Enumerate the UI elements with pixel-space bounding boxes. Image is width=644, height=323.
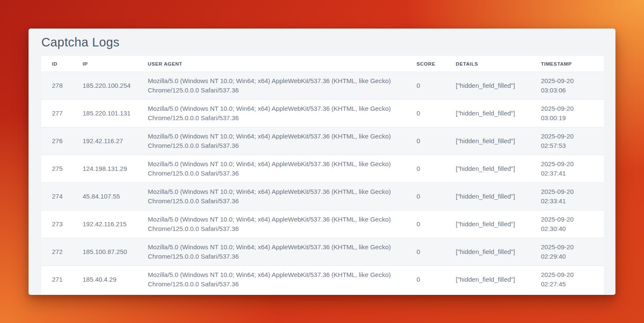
captcha-logs-table: ID IP USER AGENT SCORE DETAILS TIMESTAMP… — [41, 56, 604, 295]
table-row: 271 185.40.4.29 Mozilla/5.0 (Windows NT … — [41, 265, 604, 293]
cell-user-agent: Mozilla/5.0 (Windows NT 10.0; Win64; x64… — [137, 127, 406, 155]
cell-user-agent: Mozilla/5.0 (Windows NT 10.0; Win64; x64… — [137, 72, 406, 99]
column-header-timestamp: TIMESTAMP — [530, 56, 604, 72]
cell-timestamp: 2025-09-20 02:57:53 — [530, 127, 604, 155]
cell-score: 0 — [406, 266, 445, 293]
card-header: Captcha Logs — [29, 29, 615, 56]
cell-timestamp: 2025-09-20 02:33:41 — [530, 183, 604, 210]
cell-ip: 192.42.116.27 — [72, 127, 137, 155]
cell-timestamp: 2025-09-20 02:37:41 — [530, 155, 604, 182]
column-header-score: SCORE — [406, 56, 445, 72]
cell-details: ["hidden_field_filled"] — [445, 72, 530, 99]
cell-id: 271 — [41, 266, 72, 293]
cell-id: 278 — [41, 72, 72, 99]
cell-timestamp: 2025-09-20 03:03:06 — [530, 72, 604, 99]
cell-user-agent: Mozilla/5.0 (Windows NT 10.0; Win64; x64… — [137, 100, 406, 127]
cell-details: ["hidden_field_filled"] — [445, 183, 530, 210]
table-row: 278 185.220.100.254 Mozilla/5.0 (Windows… — [41, 72, 604, 99]
table-row: 273 192.42.116.215 Mozilla/5.0 (Windows … — [41, 210, 604, 238]
cell-id: 276 — [41, 127, 72, 155]
cell-score: 0 — [406, 155, 445, 182]
cell-user-agent: Mozilla/5.0 (Windows NT 10.0; Win64; x64… — [137, 238, 406, 265]
cell-score: 0 — [406, 100, 445, 127]
column-header-id: ID — [41, 56, 72, 72]
cell-details: ["hidden_field_filled"] — [445, 238, 530, 265]
table-body: 278 185.220.100.254 Mozilla/5.0 (Windows… — [41, 72, 604, 293]
cell-details: ["hidden_field_filled"] — [445, 127, 530, 155]
column-header-ip: IP — [72, 56, 137, 72]
cell-id: 277 — [41, 100, 72, 127]
table-header-row: ID IP USER AGENT SCORE DETAILS TIMESTAMP — [41, 56, 604, 72]
cell-score: 0 — [406, 211, 445, 238]
table-row: 274 45.84.107.55 Mozilla/5.0 (Windows NT… — [41, 182, 604, 210]
cell-ip: 185.220.100.254 — [72, 72, 137, 99]
cell-details: ["hidden_field_filled"] — [445, 211, 530, 238]
table-row: 275 124.198.131.29 Mozilla/5.0 (Windows … — [41, 155, 604, 182]
cell-ip: 185.220.101.131 — [72, 100, 137, 127]
cell-timestamp: 2025-09-20 02:27:45 — [530, 266, 604, 293]
cell-timestamp: 2025-09-20 03:00:19 — [530, 100, 604, 127]
cell-details: ["hidden_field_filled"] — [445, 266, 530, 293]
cell-score: 0 — [406, 238, 445, 265]
column-header-user-agent: USER AGENT — [137, 56, 406, 72]
cell-details: ["hidden_field_filled"] — [445, 155, 530, 182]
table-row: 272 185.100.87.250 Mozilla/5.0 (Windows … — [41, 238, 604, 265]
cell-user-agent: Mozilla/5.0 (Windows NT 10.0; Win64; x64… — [137, 266, 406, 293]
cell-id: 272 — [41, 238, 72, 265]
cell-user-agent: Mozilla/5.0 (Windows NT 10.0; Win64; x64… — [137, 211, 406, 238]
cell-id: 274 — [41, 183, 72, 210]
cell-score: 0 — [406, 127, 445, 155]
column-header-details: DETAILS — [445, 56, 530, 72]
cell-ip: 45.84.107.55 — [72, 183, 137, 210]
cell-ip: 124.198.131.29 — [72, 155, 137, 182]
captcha-logs-card: Captcha Logs ID IP USER AGENT SCORE DETA… — [29, 29, 615, 295]
table-row: 276 192.42.116.27 Mozilla/5.0 (Windows N… — [41, 127, 604, 155]
page-title: Captcha Logs — [41, 35, 120, 49]
cell-ip: 192.42.116.215 — [72, 211, 137, 238]
cell-id: 275 — [41, 155, 72, 182]
cell-user-agent: Mozilla/5.0 (Windows NT 10.0; Win64; x64… — [137, 183, 406, 210]
cell-timestamp: 2025-09-20 02:29:40 — [530, 238, 604, 265]
cell-score: 0 — [406, 72, 445, 99]
cell-ip: 185.40.4.29 — [72, 266, 137, 293]
cell-score: 0 — [406, 183, 445, 210]
page-background: { "page": { "title": "Captcha Logs" }, "… — [0, 0, 644, 323]
cell-timestamp: 2025-09-20 02:30:40 — [530, 211, 604, 238]
table-row: 277 185.220.101.131 Mozilla/5.0 (Windows… — [41, 99, 604, 127]
cell-id: 273 — [41, 211, 72, 238]
cell-user-agent: Mozilla/5.0 (Windows NT 10.0; Win64; x64… — [137, 155, 406, 182]
cell-details: ["hidden_field_filled"] — [445, 100, 530, 127]
cell-ip: 185.100.87.250 — [72, 238, 137, 265]
